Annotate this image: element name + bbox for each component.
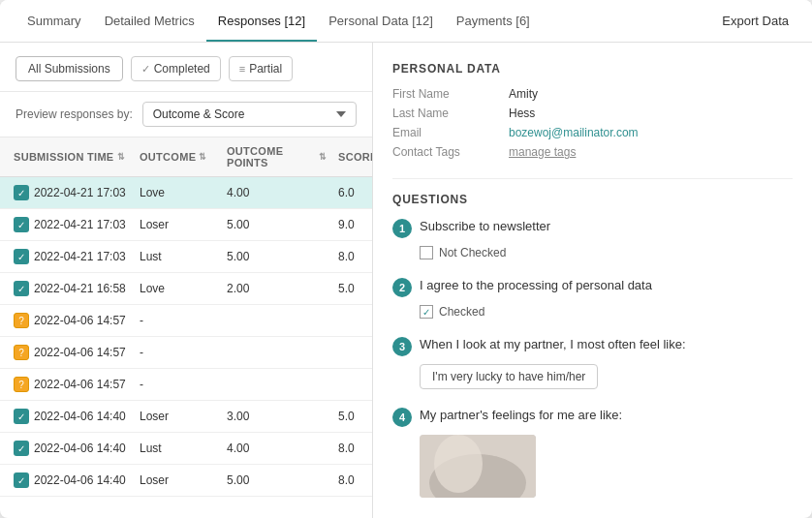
- td-score: 6.0: [332, 178, 372, 207]
- td-score: [332, 313, 372, 328]
- td-time: ✓ 2022-04-21 17:03: [8, 241, 134, 272]
- tab-summary[interactable]: Summary: [16, 2, 93, 42]
- row-status-icon: ✓: [14, 472, 29, 488]
- pd-value-lastname: Hess: [509, 107, 793, 120]
- row-status-icon: ✓: [14, 217, 29, 232]
- question-text-1: Subscribe to newsletter: [420, 218, 550, 235]
- sort-icon-points: ⇅: [319, 152, 327, 162]
- td-outcome: Loser: [134, 402, 221, 431]
- checkbox-checked: ✓: [420, 305, 433, 319]
- td-outcome: Lust: [134, 434, 221, 463]
- td-score: 8.0: [332, 242, 372, 271]
- personal-data-grid: First Name Amity Last Name Hess Email bo…: [392, 87, 793, 159]
- question-item-3: 3 When I look at my partner, I most ofte…: [392, 336, 793, 389]
- row-status-icon: ✓: [14, 185, 29, 200]
- td-score: [332, 345, 372, 360]
- question-answer-2: ✓ Checked: [420, 305, 793, 319]
- question-number-1: 1: [392, 219, 412, 238]
- pd-label-email: Email: [392, 126, 499, 139]
- right-panel: PERSONAL DATA First Name Amity Last Name…: [373, 43, 812, 518]
- question-number-4: 4: [392, 408, 412, 427]
- row-status-icon: ✓: [14, 441, 29, 456]
- preview-label: Preview responses by:: [16, 107, 133, 121]
- pd-label-lastname: Last Name: [392, 107, 499, 120]
- td-points: 4.00: [221, 434, 332, 463]
- question-answer-1: Not Checked: [420, 246, 793, 259]
- td-score: 9.0: [332, 210, 372, 239]
- preview-row: Preview responses by: Outcome & Score: [0, 92, 372, 137]
- td-outcome: Love: [134, 178, 221, 207]
- table-row[interactable]: ? 2022-04-06 14:57 - 🗑: [0, 305, 372, 337]
- td-points: [221, 345, 332, 360]
- main-content: All Submissions ✓ Completed ≡ Partial Pr…: [0, 43, 812, 518]
- table-row[interactable]: ? 2022-04-06 14:57 - 🗑: [0, 369, 372, 401]
- row-status-icon: ✓: [14, 249, 29, 264]
- checkbox-unchecked: [420, 246, 433, 259]
- table-row[interactable]: ✓ 2022-04-06 14:40 Lust 4.00 8.0 🗑: [0, 433, 372, 465]
- pd-value-email[interactable]: bozewoj@mailinator.com: [509, 126, 793, 139]
- th-submission-time: SUBMISSION TIME ⇅: [8, 137, 134, 176]
- top-navigation: Summary Detailed Metrics Responses [12] …: [0, 0, 812, 43]
- section-divider: [392, 178, 793, 179]
- question-item-2: 2 I agree to the processing of personal …: [392, 277, 793, 319]
- td-time: ✓ 2022-04-06 14:40: [8, 401, 134, 432]
- manage-tags-link[interactable]: manage tags: [509, 145, 793, 159]
- tab-detailed-metrics[interactable]: Detailed Metrics: [93, 2, 206, 42]
- tab-responses[interactable]: Responses [12]: [206, 2, 317, 42]
- td-time: ✓ 2022-04-21 16:58: [8, 273, 134, 304]
- question-number-3: 3: [392, 337, 412, 356]
- td-points: 5.00: [221, 210, 332, 239]
- tab-personal-data[interactable]: Personal Data [12]: [317, 2, 445, 42]
- pd-label-tags: Contact Tags: [392, 145, 499, 159]
- table-row[interactable]: ✓ 2022-04-21 17:03 Love 4.00 6.0 🗑: [0, 177, 372, 209]
- svg-point-2: [434, 435, 483, 493]
- th-outcome: OUTCOME ⇅: [134, 137, 221, 176]
- td-score: 5.0: [332, 402, 372, 431]
- td-outcome: Loser: [134, 210, 221, 239]
- preview-select[interactable]: Outcome & Score: [142, 102, 357, 127]
- row-status-icon: ?: [14, 313, 29, 328]
- td-points: [221, 377, 332, 392]
- td-points: 2.00: [221, 274, 332, 303]
- td-score: 8.0: [332, 466, 372, 495]
- td-points: 4.00: [221, 178, 332, 207]
- td-time: ✓ 2022-04-21 17:03: [8, 177, 134, 208]
- table-row[interactable]: ✓ 2022-04-21 16:58 Love 2.00 5.0 🗑: [0, 273, 372, 305]
- td-score: [332, 377, 372, 392]
- td-time: ✓ 2022-04-21 17:03: [8, 209, 134, 240]
- question-answer-image-4: [420, 435, 536, 498]
- table-header: SUBMISSION TIME ⇅ OUTCOME ⇅ OUTCOME POIN…: [0, 137, 372, 177]
- tab-payments[interactable]: Payments [6]: [445, 2, 542, 42]
- export-data-button[interactable]: Export Data: [714, 10, 796, 32]
- table-row[interactable]: ✓ 2022-04-21 17:03 Lust 5.00 8.0 🗑: [0, 241, 372, 273]
- question-header-3: 3 When I look at my partner, I most ofte…: [392, 336, 793, 356]
- filter-bar: All Submissions ✓ Completed ≡ Partial: [0, 43, 372, 92]
- question-text-3: When I look at my partner, I most often …: [420, 336, 686, 353]
- personal-data-title: PERSONAL DATA: [392, 62, 793, 76]
- table-row[interactable]: ? 2022-04-06 14:57 - 🗑: [0, 337, 372, 369]
- th-outcome-points: OUTCOME POINTS ⇅: [221, 137, 332, 176]
- all-submissions-filter[interactable]: All Submissions: [16, 56, 123, 81]
- td-outcome: Love: [134, 274, 221, 303]
- td-outcome: -: [134, 370, 221, 399]
- question-item-4: 4 My partner's feelings for me are like:: [392, 407, 793, 498]
- td-score: 8.0: [332, 434, 372, 463]
- completed-filter[interactable]: ✓ Completed: [131, 56, 221, 81]
- pd-label-firstname: First Name: [392, 87, 499, 101]
- td-outcome: Loser: [134, 466, 221, 495]
- table-row[interactable]: ✓ 2022-04-06 14:40 Loser 5.00 8.0 🗑: [0, 465, 372, 497]
- row-status-icon: ?: [14, 377, 29, 392]
- left-panel: All Submissions ✓ Completed ≡ Partial Pr…: [0, 43, 373, 518]
- td-outcome: -: [134, 338, 221, 367]
- check-icon: ✓: [141, 63, 150, 76]
- question-text-2: I agree to the processing of personal da…: [420, 277, 652, 294]
- questions-title: QUESTIONS: [392, 193, 793, 206]
- pd-value-firstname: Amity: [509, 87, 793, 101]
- table-row[interactable]: ✓ 2022-04-06 14:40 Loser 3.00 5.0 🗑: [0, 401, 372, 433]
- table-row[interactable]: ✓ 2022-04-21 17:03 Loser 5.00 9.0 🗑: [0, 209, 372, 241]
- sort-icon-outcome: ⇅: [199, 152, 206, 162]
- td-outcome: Lust: [134, 242, 221, 271]
- td-points: 5.00: [221, 466, 332, 495]
- question-text-4: My partner's feelings for me are like:: [420, 407, 622, 424]
- partial-filter[interactable]: ≡ Partial: [229, 56, 293, 81]
